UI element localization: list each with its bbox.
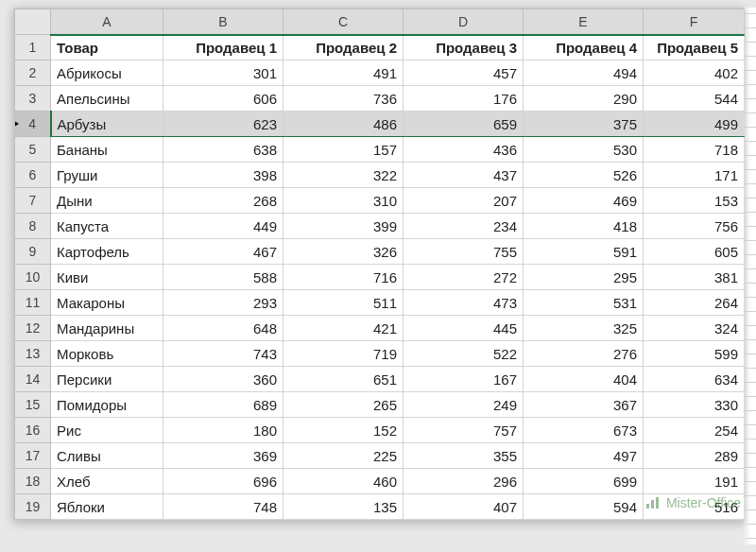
cell-A5[interactable]: Бананы	[51, 137, 163, 163]
row-header[interactable]: 5	[15, 137, 51, 163]
cell-F3[interactable]: 544	[644, 86, 745, 112]
cell-F14[interactable]: 634	[644, 367, 745, 392]
cell-F11[interactable]: 264	[644, 290, 745, 316]
cell-D10[interactable]: 272	[404, 265, 524, 290]
cell-A17[interactable]: Сливы	[51, 443, 163, 469]
row-header[interactable]: 10	[15, 265, 51, 290]
cell-D1[interactable]: Продавец 3	[404, 35, 524, 60]
cell-E1[interactable]: Продавец 4	[524, 35, 644, 60]
cell-C1[interactable]: Продавец 2	[284, 35, 404, 60]
cell-C2[interactable]: 491	[284, 60, 404, 86]
cell-D18[interactable]: 296	[404, 469, 524, 494]
cell-E11[interactable]: 531	[524, 290, 644, 316]
cell-C16[interactable]: 152	[284, 418, 404, 443]
cell-B2[interactable]: 301	[163, 60, 284, 86]
cell-B12[interactable]: 648	[163, 316, 284, 341]
cell-D13[interactable]: 522	[404, 341, 524, 367]
cell-E3[interactable]: 290	[524, 86, 644, 112]
cell-E10[interactable]: 295	[524, 265, 644, 290]
col-header-E[interactable]: E	[524, 9, 644, 35]
cell-C15[interactable]: 265	[284, 392, 404, 418]
cell-A16[interactable]: Рис	[51, 418, 163, 443]
cell-F18[interactable]: 191	[644, 469, 745, 494]
cell-A4[interactable]: Арбузы	[51, 112, 163, 137]
cell-D9[interactable]: 755	[404, 239, 524, 265]
cell-B15[interactable]: 689	[163, 392, 284, 418]
cell-D17[interactable]: 355	[404, 443, 524, 469]
cell-C7[interactable]: 310	[284, 188, 404, 214]
cell-E8[interactable]: 418	[524, 214, 644, 239]
cell-B8[interactable]: 449	[163, 214, 284, 239]
cell-F10[interactable]: 381	[644, 265, 745, 290]
col-header-B[interactable]: B	[163, 9, 284, 35]
cell-E18[interactable]: 699	[524, 469, 644, 494]
cell-C19[interactable]: 135	[284, 494, 404, 520]
row-header[interactable]: 16	[15, 418, 51, 443]
cell-F7[interactable]: 153	[644, 188, 745, 214]
cell-C3[interactable]: 736	[284, 86, 404, 112]
cell-A1[interactable]: Товар	[51, 35, 163, 60]
cell-A12[interactable]: Мандарины	[51, 316, 163, 341]
cell-E15[interactable]: 367	[524, 392, 644, 418]
cell-F4[interactable]: 499	[644, 112, 745, 137]
cell-C4[interactable]: 486	[284, 112, 404, 137]
cell-F5[interactable]: 718	[644, 137, 745, 163]
row-header[interactable]: 14	[15, 367, 51, 392]
cell-D6[interactable]: 437	[404, 163, 524, 188]
cell-D11[interactable]: 473	[404, 290, 524, 316]
select-all-corner[interactable]	[15, 9, 51, 35]
cell-C6[interactable]: 322	[284, 163, 404, 188]
cell-A11[interactable]: Макароны	[51, 290, 163, 316]
cell-A2[interactable]: Абрикосы	[51, 60, 163, 86]
cell-A3[interactable]: Апельсины	[51, 86, 163, 112]
row-header[interactable]: 11	[15, 290, 51, 316]
row-header[interactable]: 19	[15, 494, 51, 520]
cell-F13[interactable]: 599	[644, 341, 745, 367]
cell-D14[interactable]: 167	[404, 367, 524, 392]
row-header[interactable]: 15	[15, 392, 51, 418]
cell-B3[interactable]: 606	[163, 86, 284, 112]
cell-F2[interactable]: 402	[644, 60, 745, 86]
cell-D12[interactable]: 445	[404, 316, 524, 341]
cell-A10[interactable]: Киви	[51, 265, 163, 290]
cell-A13[interactable]: Морковь	[51, 341, 163, 367]
cell-D5[interactable]: 436	[404, 137, 524, 163]
cell-B17[interactable]: 369	[163, 443, 284, 469]
cell-E2[interactable]: 494	[524, 60, 644, 86]
cell-F9[interactable]: 605	[644, 239, 745, 265]
row-header[interactable]: 6	[15, 163, 51, 188]
cell-E6[interactable]: 526	[524, 163, 644, 188]
cell-A6[interactable]: Груши	[51, 163, 163, 188]
cell-C17[interactable]: 225	[284, 443, 404, 469]
row-header[interactable]: 18	[15, 469, 51, 494]
cell-E17[interactable]: 497	[524, 443, 644, 469]
cell-F16[interactable]: 254	[644, 418, 745, 443]
row-header[interactable]: 2	[15, 60, 51, 86]
cell-A19[interactable]: Яблоки	[51, 494, 163, 520]
cell-C11[interactable]: 511	[284, 290, 404, 316]
cell-E13[interactable]: 276	[524, 341, 644, 367]
cell-B9[interactable]: 467	[163, 239, 284, 265]
cell-C10[interactable]: 716	[284, 265, 404, 290]
cell-C8[interactable]: 399	[284, 214, 404, 239]
cell-B1[interactable]: Продавец 1	[163, 35, 284, 60]
cell-E16[interactable]: 673	[524, 418, 644, 443]
col-header-D[interactable]: D	[404, 9, 524, 35]
cell-C5[interactable]: 157	[284, 137, 404, 163]
cell-E5[interactable]: 530	[524, 137, 644, 163]
cell-D15[interactable]: 249	[404, 392, 524, 418]
cell-C14[interactable]: 651	[284, 367, 404, 392]
col-header-A[interactable]: A	[51, 9, 163, 35]
row-header[interactable]: 12	[15, 316, 51, 341]
cell-F12[interactable]: 324	[644, 316, 745, 341]
cell-B11[interactable]: 293	[163, 290, 284, 316]
row-header[interactable]: 3	[15, 86, 51, 112]
cell-D4[interactable]: 659	[404, 112, 524, 137]
cell-D3[interactable]: 176	[404, 86, 524, 112]
row-header[interactable]: 1	[15, 35, 51, 60]
cell-A8[interactable]: Капуста	[51, 214, 163, 239]
cell-B16[interactable]: 180	[163, 418, 284, 443]
cell-B10[interactable]: 588	[163, 265, 284, 290]
cell-A14[interactable]: Персики	[51, 367, 163, 392]
cell-B13[interactable]: 743	[163, 341, 284, 367]
